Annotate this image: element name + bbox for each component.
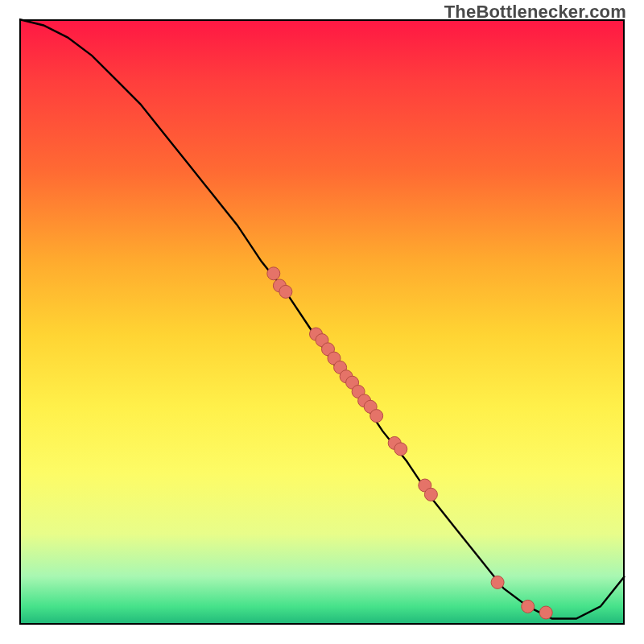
curve-marker xyxy=(424,488,437,501)
bottleneck-chart: TheBottlenecker.com xyxy=(0,0,644,644)
curve-marker xyxy=(522,600,535,613)
curve-marker xyxy=(370,410,383,423)
plot-overlay xyxy=(0,0,644,644)
bottleneck-curve xyxy=(19,19,625,619)
curve-marker xyxy=(279,285,292,298)
curve-markers xyxy=(267,267,552,619)
curve-marker xyxy=(539,606,552,619)
curve-marker xyxy=(491,576,504,588)
curve-marker xyxy=(394,443,407,456)
curve-marker xyxy=(267,267,280,280)
